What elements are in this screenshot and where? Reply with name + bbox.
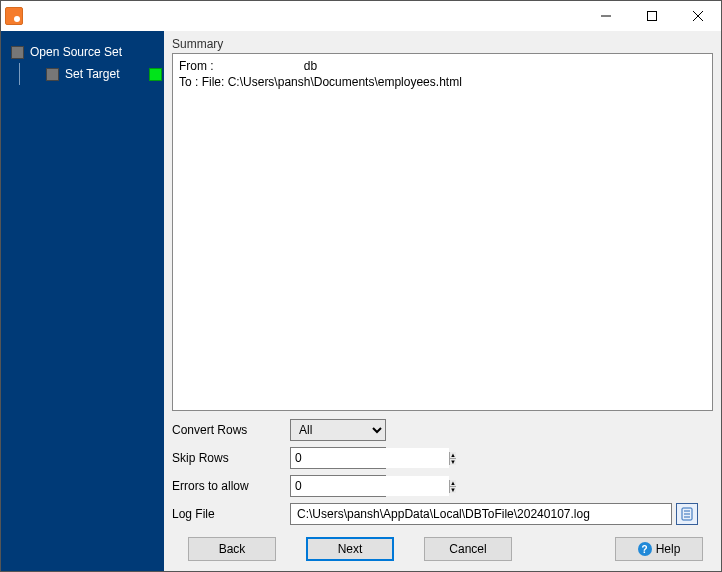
summary-heading: Summary (172, 37, 713, 51)
body-area: Open Source Set Set Target Summary Conve… (1, 31, 721, 571)
minimize-button[interactable] (583, 1, 629, 31)
app-icon (5, 7, 23, 25)
summary-to-label: To : File: (179, 75, 224, 89)
step-box-icon (46, 68, 59, 81)
titlebar (1, 1, 721, 31)
window-controls (583, 1, 721, 31)
wizard-sidebar: Open Source Set Set Target Summary Conve… (1, 31, 164, 571)
help-icon: ? (638, 542, 652, 556)
log-file-label: Log File (172, 507, 290, 521)
sidebar-item-set-target[interactable]: Set Target (20, 63, 123, 85)
sidebar-item-label: Open Source Set (30, 45, 122, 59)
skip-rows-label: Skip Rows (172, 451, 290, 465)
step-box-icon-active (149, 68, 162, 81)
svg-rect-1 (648, 12, 657, 21)
summary-from-label: From : (179, 59, 214, 73)
next-button[interactable]: Next (306, 537, 394, 561)
next-button-label: Next (338, 542, 363, 556)
convert-rows-select[interactable]: All (290, 419, 713, 441)
errors-allow-label: Errors to allow (172, 479, 290, 493)
cancel-button[interactable]: Cancel (424, 537, 512, 561)
summary-textarea[interactable]: From : db To : File: C:\Users\pansh\Docu… (172, 53, 713, 411)
log-file-browse-button[interactable] (676, 503, 698, 525)
summary-from-value: db (304, 59, 317, 73)
help-button-label: Help (656, 542, 681, 556)
skip-rows-up-icon[interactable]: ▲ (450, 452, 456, 459)
help-button[interactable]: ? Help (615, 537, 703, 561)
back-button[interactable]: Back (188, 537, 276, 561)
summary-to-value: C:\Users\pansh\Documents\employees.html (228, 75, 462, 89)
app-window: Open Source Set Set Target Summary Conve… (0, 0, 722, 572)
cancel-button-label: Cancel (449, 542, 486, 556)
errors-allow-up-icon[interactable]: ▲ (450, 480, 456, 487)
sidebar-item-label: Set Target (65, 67, 119, 81)
skip-rows-down-icon[interactable]: ▼ (450, 459, 456, 465)
step-box-icon (11, 46, 24, 59)
log-file-input[interactable] (290, 503, 672, 525)
sidebar-item-open-source-set[interactable]: Open Source Set (7, 41, 164, 63)
errors-allow-spinner[interactable]: ▲ ▼ (290, 475, 386, 497)
errors-allow-input[interactable] (291, 476, 449, 496)
options-form: Convert Rows All Skip Rows ▲ ▼ Errors to… (172, 419, 713, 525)
wizard-button-bar: Back Next Cancel ? Help (172, 525, 713, 563)
skip-rows-spinner[interactable]: ▲ ▼ (290, 447, 386, 469)
close-button[interactable] (675, 1, 721, 31)
maximize-button[interactable] (629, 1, 675, 31)
skip-rows-input[interactable] (291, 448, 449, 468)
errors-allow-down-icon[interactable]: ▼ (450, 487, 456, 493)
main-panel: Summary From : db To : File: C:\Users\pa… (164, 31, 721, 571)
convert-rows-label: Convert Rows (172, 423, 290, 437)
convert-rows-dropdown[interactable]: All (290, 419, 386, 441)
back-button-label: Back (219, 542, 246, 556)
document-icon (680, 507, 694, 521)
